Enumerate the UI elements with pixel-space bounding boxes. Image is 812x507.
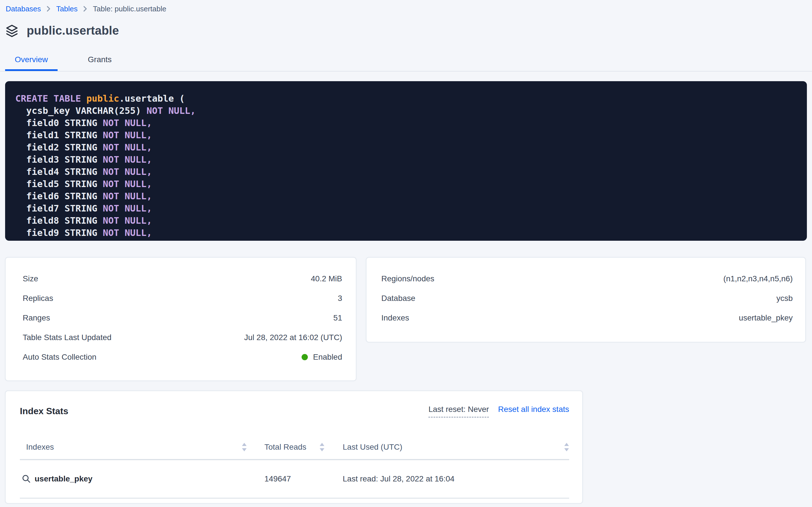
summary-row-value: Jul 28, 2022 at 16:02 (UTC)	[244, 333, 342, 342]
stack-icon	[5, 24, 19, 38]
magnifier-icon	[22, 474, 30, 483]
sql-line: field7 STRING NOT NULL,	[15, 203, 798, 215]
index-table-header: Indexes Total Reads Last Used (UTC)	[20, 435, 569, 460]
table-stats-card: Size 40.2 MiB Replicas 3 Ranges 51 Table…	[5, 257, 356, 381]
table-row: usertable_pkey 149647 Last read: Jul 28,…	[20, 460, 569, 499]
sort-icon[interactable]	[319, 443, 325, 451]
summary-row-label: Ranges	[23, 314, 50, 323]
summary-row-label: Replicas	[23, 294, 53, 303]
sql-line: field5 STRING NOT NULL,	[15, 178, 798, 190]
summary-row: Regions/nodes (n1,n2,n3,n4,n5,n6)	[381, 269, 793, 289]
summary-row-value: 40.2 MiB	[311, 274, 342, 283]
summary-row-label: Database	[381, 294, 415, 303]
summary-row-value: Enabled	[302, 352, 342, 362]
summary-row-label: Regions/nodes	[381, 274, 434, 283]
sql-line: ycsb_key VARCHAR(255) NOT NULL,	[15, 105, 798, 117]
summary-row: Database ycsb	[381, 289, 793, 308]
summary-row: Size 40.2 MiB	[23, 269, 342, 289]
sql-line: field1 STRING NOT NULL,	[15, 129, 798, 142]
page-title: public.usertable	[27, 24, 119, 38]
summary-row-value: usertable_pkey	[739, 314, 793, 323]
table-details-card: Regions/nodes (n1,n2,n3,n4,n5,n6) Databa…	[366, 257, 806, 342]
sql-line: field9 STRING NOT NULL,	[15, 227, 798, 239]
index-name: usertable_pkey	[35, 474, 92, 484]
summary-row: Table Stats Last Updated Jul 28, 2022 at…	[23, 328, 342, 347]
sort-icon[interactable]	[242, 443, 247, 451]
reset-index-stats-link[interactable]: Reset all index stats	[498, 405, 569, 414]
breadcrumb-tables[interactable]: Tables	[56, 5, 77, 13]
column-header-last-used[interactable]: Last Used (UTC)	[325, 443, 569, 452]
summary-row-value: 3	[337, 294, 342, 303]
breadcrumb: Databases Tables Table: public.usertable	[5, 0, 807, 13]
index-stats-header: Index Stats Last reset: Never Reset all …	[20, 405, 569, 417]
chevron-right-icon	[82, 6, 88, 12]
tab-overview[interactable]: Overview	[5, 55, 58, 71]
sql-line: field4 STRING NOT NULL,	[15, 166, 798, 178]
column-header-total-reads[interactable]: Total Reads	[247, 443, 325, 452]
summary-cards: Size 40.2 MiB Replicas 3 Ranges 51 Table…	[5, 257, 807, 381]
page-header: public.usertable	[5, 24, 807, 38]
total-reads-cell: 149647	[247, 474, 325, 484]
sort-icon[interactable]	[564, 443, 569, 451]
index-stats-actions: Last reset: Never Reset all index stats	[428, 405, 569, 417]
sql-line: field2 STRING NOT NULL,	[15, 142, 798, 154]
summary-row: Auto Stats Collection Enabled	[23, 347, 342, 367]
breadcrumb-current: Table: public.usertable	[93, 5, 166, 13]
index-table-body: usertable_pkey 149647 Last read: Jul 28,…	[20, 460, 569, 499]
sql-code: CREATE TABLE public.usertable ( ycsb_key…	[15, 93, 798, 239]
sql-line: field6 STRING NOT NULL,	[15, 190, 798, 203]
chevron-right-icon	[46, 6, 51, 12]
sql-line: CREATE TABLE public.usertable (	[15, 93, 798, 105]
tab-grants[interactable]: Grants	[78, 55, 121, 71]
summary-row: Replicas 3	[23, 289, 342, 308]
tab-bar: Overview Grants	[0, 54, 812, 71]
index-name-cell[interactable]: usertable_pkey	[20, 474, 247, 484]
last-used-cell: Last read: Jul 28, 2022 at 16:04	[325, 474, 569, 484]
summary-row: Indexes usertable_pkey	[381, 308, 793, 328]
index-stats-card: Index Stats Last reset: Never Reset all …	[5, 391, 583, 504]
summary-row: Ranges 51	[23, 308, 342, 328]
last-reset-label: Last reset: Never	[428, 405, 489, 417]
summary-row-label: Size	[23, 274, 38, 283]
page: Databases Tables Table: public.usertable…	[0, 0, 812, 504]
column-header-indexes[interactable]: Indexes	[20, 443, 247, 452]
index-stats-title: Index Stats	[20, 405, 68, 416]
summary-row-value: ycsb	[776, 294, 793, 303]
breadcrumb-databases[interactable]: Databases	[6, 5, 41, 13]
summary-row-label: Table Stats Last Updated	[23, 333, 112, 342]
sql-line: field8 STRING NOT NULL,	[15, 215, 798, 227]
create-statement-block: CREATE TABLE public.usertable ( ycsb_key…	[5, 81, 807, 241]
sql-line: field3 STRING NOT NULL,	[15, 154, 798, 166]
summary-row-label: Indexes	[381, 314, 409, 323]
summary-row-value: 51	[333, 314, 342, 323]
status-dot-icon	[302, 354, 308, 360]
summary-row-label: Auto Stats Collection	[23, 352, 97, 362]
summary-row-value: (n1,n2,n3,n4,n5,n6)	[724, 274, 793, 283]
sql-line: field0 STRING NOT NULL,	[15, 117, 798, 129]
